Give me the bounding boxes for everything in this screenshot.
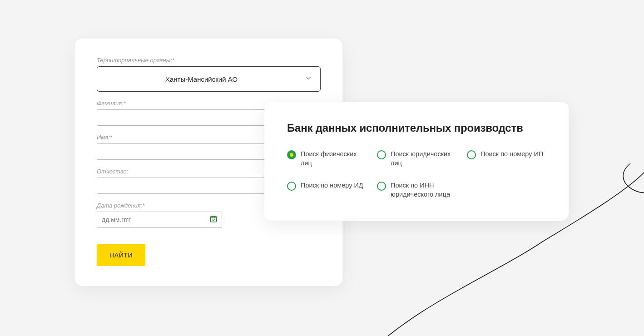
radio-icon xyxy=(287,150,296,159)
radio-label: Поиск юридических лиц xyxy=(391,150,454,168)
radio-label: Поиск по номеру ИД xyxy=(301,181,363,190)
search-type-radio-0[interactable]: Поиск физических лиц xyxy=(287,150,366,168)
search-options-card: Банк данных исполнительных производств П… xyxy=(264,102,569,221)
radio-icon xyxy=(287,182,296,191)
region-select[interactable]: Ханты-Мансийский АО xyxy=(97,66,321,92)
search-button[interactable]: НАЙТИ xyxy=(97,244,145,266)
search-type-radio-2[interactable]: Поиск по номеру ИП xyxy=(467,150,546,168)
search-type-radio-1[interactable]: Поиск юридических лиц xyxy=(377,150,456,168)
radio-icon xyxy=(467,150,476,159)
region-field: Территориальные органы:* Ханты-Мансийски… xyxy=(97,57,321,92)
radio-label: Поиск по ИНН юридического лица xyxy=(391,181,454,199)
options-grid: Поиск физических лицПоиск юридических ли… xyxy=(287,150,546,199)
region-select-value: Ханты-Мансийский АО xyxy=(165,75,238,83)
options-title: Банк данных исполнительных производств xyxy=(287,122,546,134)
radio-icon xyxy=(377,182,386,191)
search-type-radio-3[interactable]: Поиск по номеру ИД xyxy=(287,181,366,199)
radio-label: Поиск по номеру ИП xyxy=(481,150,543,159)
birth-input-wrap xyxy=(97,212,222,228)
radio-label: Поиск физических лиц xyxy=(301,150,364,168)
radio-icon xyxy=(377,150,386,159)
birth-input[interactable] xyxy=(97,212,222,228)
region-label: Территориальные органы:* xyxy=(97,57,321,64)
search-type-radio-4[interactable]: Поиск по ИНН юридического лица xyxy=(377,181,456,199)
region-select-wrap: Ханты-Мансийский АО xyxy=(97,66,321,92)
